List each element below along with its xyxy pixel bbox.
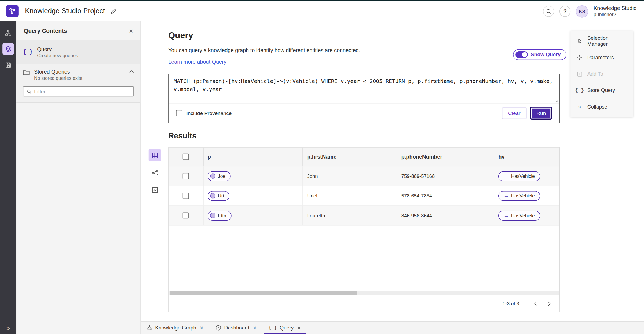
results-title: Results [168, 131, 196, 141]
close-icon: × [200, 325, 203, 331]
rail-model-button[interactable] [2, 27, 14, 39]
graph-view-button[interactable] [149, 166, 161, 179]
column-header-phonenumber[interactable]: p.phoneNumber [397, 148, 494, 166]
panel-title: Query Contents [24, 27, 129, 34]
tab-label: Dashboard [224, 325, 250, 331]
close-icon: × [129, 27, 133, 35]
next-page-button[interactable] [544, 298, 555, 309]
search-button[interactable] [543, 6, 554, 17]
learn-more-link[interactable]: Learn more about Query [168, 59, 226, 65]
scrollbar-thumb[interactable] [170, 291, 358, 295]
node-pill[interactable]: Etta [208, 211, 232, 221]
filter-input[interactable] [34, 88, 130, 94]
folder-icon [23, 70, 30, 75]
help-button[interactable]: ? [559, 6, 570, 17]
select-all-checkbox[interactable] [183, 154, 189, 160]
stored-queries-subtitle: No stored queries exist [34, 76, 125, 80]
avatar[interactable]: KS [576, 5, 588, 17]
close-tab-button[interactable]: × [200, 325, 203, 331]
layers-icon [5, 45, 11, 52]
page-title: Query [168, 30, 193, 40]
edge-pill[interactable]: → HasVehicle [498, 211, 540, 221]
table-row[interactable]: Joe John 759-889-57168 → HasVehicle [169, 166, 559, 186]
query-input[interactable]: MATCH (p:Person)-[hv:HasVehicle]->(v:Veh… [169, 74, 559, 103]
table-header-row: p p.firstName p.phoneNumber hv [169, 148, 559, 166]
table-row[interactable]: Uri Uriel 578-654-7854 → HasVehicle [169, 186, 559, 206]
menu-item-label: Selection Manager [587, 35, 627, 47]
row-checkbox[interactable] [183, 193, 189, 199]
previous-page-button[interactable] [530, 298, 541, 309]
run-button[interactable]: Run [530, 107, 552, 120]
chevron-right-icon [548, 301, 551, 306]
results-view-switcher [149, 149, 161, 196]
results-table: p p.firstName p.phoneNumber hv Joe John … [168, 147, 560, 312]
chevron-left-icon [534, 301, 537, 306]
menu-item-selection-manager[interactable]: Selection Manager [570, 33, 633, 49]
page-description: You can query a knowledge graph to ident… [168, 47, 360, 53]
chevron-up-icon[interactable] [129, 70, 134, 73]
cell-firstname: Lauretta [307, 213, 325, 218]
bottom-tab-bar: Knowledge Graph × Dashboard × { } Query … [141, 321, 644, 334]
horizontal-scrollbar[interactable] [169, 291, 559, 295]
edit-title-button[interactable] [110, 8, 116, 14]
braces-icon: { } [23, 49, 33, 55]
table-row[interactable]: Etta Lauretta 846-956-8644 → HasVehicle [169, 206, 559, 225]
rail-expand-button[interactable]: » [0, 325, 16, 332]
close-panel-button[interactable]: × [129, 27, 133, 34]
user-role: publisher2 [594, 12, 636, 18]
tab-query[interactable]: { } Query × [264, 322, 306, 334]
node-circle-icon [210, 193, 215, 199]
node-pill[interactable]: Joe [208, 171, 231, 181]
sidebar-item-query[interactable]: { } Query Create new queries [16, 40, 140, 64]
chart-icon [152, 187, 158, 193]
show-query-toggle[interactable]: Show Query [513, 49, 566, 60]
stored-queries-header[interactable]: Stored Queries No stored queries exist [23, 69, 134, 80]
include-provenance-checkbox[interactable] [176, 110, 182, 116]
main-content: Query You can query a knowledge graph to… [141, 21, 644, 321]
query-item-title: Query [37, 46, 78, 52]
node-pill[interactable]: Uri [208, 191, 229, 201]
project-title: Knowledge Studio Project [25, 7, 105, 15]
resize-handle[interactable] [554, 98, 558, 102]
column-header-p[interactable]: p [203, 148, 303, 166]
stored-queries-section: Stored Queries No stored queries exist [16, 64, 140, 103]
row-checkbox[interactable] [183, 173, 189, 179]
column-header-firstname[interactable]: p.firstName [303, 148, 397, 166]
cell-phonenumber: 578-654-7854 [401, 193, 432, 199]
close-tab-button[interactable]: × [297, 325, 301, 331]
table-view-button[interactable] [149, 149, 161, 161]
clear-button[interactable]: Clear [502, 107, 527, 119]
chart-view-button[interactable] [149, 184, 161, 196]
menu-item-collapse[interactable]: » Collapse [570, 99, 633, 115]
close-tab-button[interactable]: × [253, 325, 257, 331]
edge-pill[interactable]: → HasVehicle [498, 191, 540, 201]
pencil-icon [110, 8, 116, 14]
query-item-subtitle: Create new queries [37, 53, 78, 58]
model-tree-icon [5, 30, 11, 36]
rail-layers-button[interactable] [2, 43, 14, 55]
braces-icon: { } [576, 88, 583, 93]
table-body: Joe John 759-889-57168 → HasVehicle [169, 166, 559, 225]
rail-save-button[interactable] [2, 59, 14, 71]
row-checkbox[interactable] [183, 212, 189, 218]
search-icon [546, 8, 551, 14]
tab-knowledge-graph[interactable]: Knowledge Graph × [142, 322, 208, 334]
menu-item-store-query[interactable]: { } Store Query [570, 82, 633, 99]
menu-item-parameters[interactable]: Parameters [570, 49, 633, 66]
user-name: Knowledge Studio [594, 5, 636, 12]
toggle-switch-icon [515, 51, 528, 58]
query-contents-panel: Query Contents × { } Query Create new qu… [16, 21, 141, 334]
braces-icon: { } [269, 325, 277, 330]
graph-network-icon [152, 170, 158, 176]
cell-phonenumber: 846-956-8644 [401, 213, 432, 218]
cell-firstname: Uriel [307, 193, 317, 199]
app-logo[interactable] [6, 5, 19, 17]
selection-cursor-icon [576, 38, 583, 44]
arrow-right-icon: → [504, 193, 508, 198]
column-header-hv[interactable]: hv [494, 148, 559, 166]
edge-pill[interactable]: → HasVehicle [498, 171, 540, 181]
tab-dashboard[interactable]: Dashboard × [211, 322, 261, 334]
close-icon: × [297, 325, 301, 331]
question-mark-icon: ? [564, 8, 567, 15]
query-text-area: MATCH (p:Person)-[hv:HasVehicle]->(v:Veh… [169, 74, 559, 104]
